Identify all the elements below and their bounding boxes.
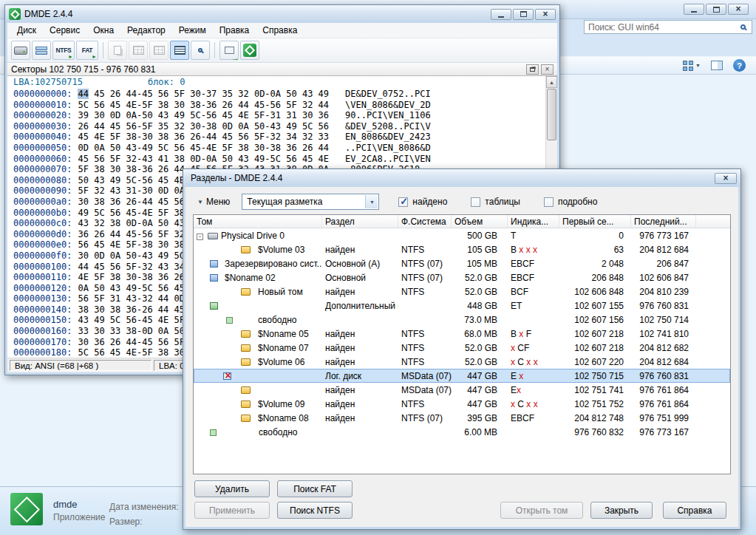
menu-item-Редактор[interactable]: Редактор (120, 24, 172, 37)
menu-item-Окна[interactable]: Окна (86, 24, 120, 37)
hex-row[interactable]: 0000000040:45 4E 5F 38-30 38 36 26-44 45… (13, 132, 545, 143)
hex-offset: 0000000080: (13, 175, 72, 185)
found-checkbox-label: найдено (412, 197, 447, 207)
ascii-text: EV_2CA8..PCI\VEN (345, 154, 431, 164)
tables-checkbox[interactable] (471, 197, 480, 207)
hex-offset: 0000000070: (13, 164, 72, 174)
scrollbar-thumb[interactable] (547, 89, 556, 140)
menu-item-Диск[interactable]: Диск (10, 24, 43, 37)
partition-row[interactable]: $Volume 09найденNTFS447 GBx C x x102 751… (194, 397, 730, 411)
hex-offset: 00000000f0: (13, 251, 72, 261)
partition-kind: найден (322, 413, 398, 423)
search-ntfs-button[interactable]: Поиск NTFS (277, 502, 353, 519)
hex-row[interactable]: 0000000020:39 30 0D 0A-50 43 49 5C-56 45… (13, 110, 545, 121)
fs-type: NTFS (07) (398, 413, 452, 423)
main-titlebar[interactable]: DMDE 2.4.4 × (5, 5, 559, 23)
hex-view-icon (174, 46, 185, 55)
menu-item-Сервис[interactable]: Сервис (43, 24, 86, 37)
dmde-file-icon (10, 493, 43, 525)
hex-bytes: 26 44 45 56-5F 35 32 30-38 0D 0A 50-43 4… (78, 121, 329, 132)
hex-row[interactable]: 0000000010:5C 56 45 4E-5F 38 30 38-36 26… (13, 100, 545, 111)
partition-row[interactable]: свободно73.0 MB102 607 156102 750 714 (194, 313, 730, 327)
last-sector: 976 760 831 (631, 371, 696, 381)
close-dialog-button[interactable]: Закрыть (590, 502, 653, 519)
last-sector: 976 773 167 (631, 427, 696, 437)
column-header[interactable]: Первый се... (559, 215, 631, 228)
first-sector: 102 751 741 (559, 385, 631, 395)
partition-row[interactable]: Лог. дискMSData (07)447 GBE x102 750 715… (194, 369, 730, 383)
about-dmde-button[interactable] (240, 41, 259, 60)
dialog-titlebar[interactable]: Разделы - DMDE 2.4.4 × (183, 169, 740, 187)
partition-kind: Основной (322, 273, 398, 283)
maximize-button[interactable] (513, 9, 534, 20)
close-button[interactable]: × (728, 4, 749, 15)
menu-dropdown-button[interactable]: ▼ Меню (193, 195, 234, 208)
partition-row[interactable]: -Physical Drive 0500 GBT0976 773 167 (194, 228, 730, 242)
indicators: x C x x (508, 357, 559, 367)
maximize-button[interactable] (706, 4, 726, 15)
combobox-arrow-icon: ▼ (365, 195, 378, 208)
layout-combobox[interactable]: Текущая разметка ▼ (242, 194, 379, 210)
open-volume-button[interactable]: Открыть том (500, 502, 583, 519)
delete-button[interactable]: Удалить (194, 480, 270, 497)
partition-row[interactable]: $Noname 05найденNTFS68.0 MBB x F102 607 … (194, 327, 730, 341)
partition-row[interactable]: свободно6.00 MB976 760 832976 773 167 (194, 425, 730, 439)
partitions-button[interactable] (32, 41, 51, 60)
partition-row[interactable]: Зарезервировано сист...Основной (A)NTFS … (194, 256, 730, 270)
tree-expander-icon[interactable]: - (197, 234, 203, 240)
minimize-button[interactable] (684, 4, 704, 15)
volume-icon (241, 415, 251, 422)
indicators: EBCF (508, 259, 559, 269)
search-fat-button[interactable]: FAT► (76, 41, 98, 60)
partition-row[interactable]: $Noname 08найденNTFS (07)395 GBEBCF204 8… (194, 411, 730, 425)
hex-row[interactable]: 0000000060:45 56 5F 32-43 41 38 0D-0A 50… (13, 154, 545, 165)
help-dialog-button[interactable]: Справка (663, 502, 726, 519)
partition-row[interactable]: $Volume 03найденNTFS105 GBB x x x63204 8… (194, 242, 730, 256)
scroll-up-button[interactable]: ▲ (546, 76, 557, 88)
close-panel-button[interactable]: × (541, 64, 554, 75)
close-button[interactable]: × (715, 173, 737, 184)
indicators: ET (508, 301, 559, 311)
column-header[interactable]: Индика... (508, 215, 559, 228)
partition-row[interactable]: Новый томнайденNTFS52.0 GBBCF102 606 848… (194, 284, 730, 299)
goto-sector-button[interactable]: → (219, 41, 239, 60)
volume-name: свободно (259, 427, 298, 437)
restore-panel-button[interactable] (526, 64, 539, 75)
search-input[interactable]: Поиск: GUI win64 (584, 20, 752, 34)
apply-button[interactable]: Применить (194, 502, 270, 519)
search-ntfs-button[interactable]: NTFS► (52, 41, 75, 60)
fs-type: NTFS (07) (398, 273, 452, 283)
first-sector: 63 (559, 245, 631, 255)
sector-view-button[interactable] (170, 41, 189, 60)
partition-row[interactable]: Дополнительный (0F)448 GBET102 607 15597… (194, 299, 730, 313)
help-button[interactable]: ? (733, 59, 746, 72)
partition-row[interactable]: $Noname 02ОсновнойNTFS (07)52.0 GBEBCF20… (194, 270, 730, 284)
found-checkbox[interactable] (398, 197, 408, 207)
column-header[interactable]: Последний... (631, 215, 696, 228)
menu-item-Правка[interactable]: Правка (213, 24, 256, 37)
open-drive-button[interactable] (11, 41, 30, 60)
menu-item-Справка[interactable]: Справка (256, 24, 304, 37)
column-header[interactable]: Том (194, 215, 322, 228)
column-header[interactable]: Ф.Система (398, 215, 452, 228)
partition-row[interactable]: $Noname 07найденNTFS52.0 GBx CF102 607 2… (194, 341, 730, 355)
hex-row[interactable]: 0000000030:26 44 45 56-5F 35 32 30-38 0D… (13, 121, 545, 132)
partition-row[interactable]: найденMSData (07)447 GBEx102 751 741976 … (194, 383, 730, 397)
column-header[interactable]: Раздел (322, 215, 398, 228)
search-sectors-button[interactable] (191, 41, 210, 60)
minimize-button[interactable] (491, 9, 511, 20)
change-view-button[interactable]: ▼ (683, 61, 701, 71)
column-header[interactable]: Объем (452, 215, 508, 228)
partition-row[interactable]: $Volume 06найденNTFS52.0 GBx C x x102 60… (194, 355, 730, 369)
menu-item-Режим[interactable]: Режим (172, 24, 213, 37)
search-fat-button[interactable]: Поиск FAT (277, 480, 353, 497)
close-button[interactable]: × (535, 9, 556, 20)
volume-icon (241, 358, 251, 366)
detailed-checkbox[interactable] (544, 197, 554, 207)
preview-pane-button[interactable] (711, 61, 723, 70)
close-icon: × (723, 174, 728, 183)
indicators: E x (508, 371, 559, 381)
hex-row[interactable]: 0000000050:0D 0A 50 43-49 5C 56 45-4E 5F… (13, 143, 545, 154)
hex-row[interactable]: 0000000000:44 45 26 44-45 56 5F 30-37 35… (13, 89, 545, 100)
volume-name: Новый том (258, 287, 303, 297)
